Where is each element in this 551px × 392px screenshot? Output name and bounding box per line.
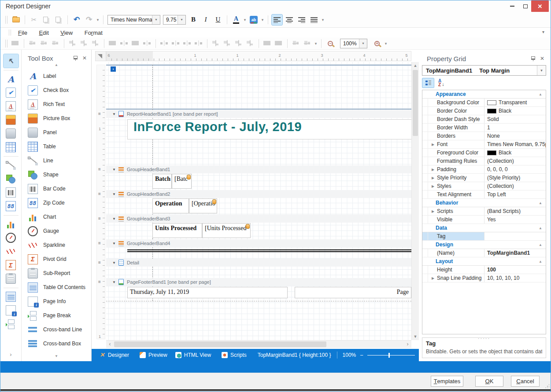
send-to-back-icon[interactable] [303, 40, 312, 47]
size-to-control-icon[interactable] [143, 40, 152, 47]
band-marker-icon[interactable]: ≡ [98, 261, 101, 264]
batch-label[interactable]: Batch [152, 174, 172, 189]
order-dropdown[interactable]: ▾ [313, 41, 318, 46]
toolbox-item-pivot-grid[interactable]: Σ Pivot Grid [22, 252, 91, 266]
separator[interactable] [64, 39, 64, 48]
property-row[interactable]: ▶Styles (Collection) ▲ [422, 182, 546, 191]
units-processed-field[interactable]: [Units Processed [202, 223, 251, 238]
toolbar-overflow-chevron[interactable]: ▾ [542, 29, 544, 34]
property-name-cell[interactable]: Border Dash Style [428, 115, 484, 123]
property-row[interactable]: ▶Style Priority (Style Priority) ▲ [422, 174, 546, 182]
expand-icon[interactable]: ▶ [432, 143, 436, 147]
tab-preview[interactable]: Preview [136, 352, 171, 358]
toolbox-item-table-of-contents[interactable]: Table Of Contents [22, 280, 91, 294]
property-row[interactable]: Data ▲ [422, 224, 546, 232]
decrease-horizontal-spacing-icon[interactable] [183, 40, 192, 47]
property-value-cell[interactable]: 100 [484, 266, 546, 274]
property-name-cell[interactable]: ▶Scripts [428, 207, 484, 215]
property-row[interactable]: (Name) TopMarginBand1 ▲ [422, 249, 546, 257]
undo-dropdown[interactable]: ▾ [95, 18, 100, 22]
category-collapse-icon[interactable]: ▲ [539, 241, 546, 249]
minimize-button[interactable] [506, 0, 519, 12]
property-value-cell[interactable]: 10, 10, 10, 10 [484, 274, 546, 282]
strip-page-break-icon[interactable] [4, 317, 18, 331]
align-left-button[interactable] [272, 15, 282, 25]
band-marker-icon[interactable]: ≡ [98, 168, 101, 171]
vertical-scrollbar[interactable]: ▲ ▼ [411, 62, 419, 340]
property-name-cell[interactable]: Border Width [428, 124, 484, 132]
property-name-cell[interactable]: Appearance [428, 90, 539, 98]
toolbar-grip[interactable] [5, 40, 7, 48]
strip-rich-text-icon[interactable]: A [4, 99, 18, 113]
toolbox-item-cross-band-line[interactable]: Cross-band Line [22, 322, 91, 337]
property-name-cell[interactable]: Borders [428, 132, 484, 140]
property-name-cell[interactable]: Formatting Rules [428, 157, 484, 165]
category-collapse-icon[interactable]: ▲ [539, 224, 546, 232]
property-name-cell[interactable]: ▶Style Priority [428, 174, 484, 182]
property-value-cell[interactable]: 1 [484, 124, 546, 132]
remove-horizontal-spacing-icon[interactable] [194, 40, 203, 47]
equal-vertical-spacing-icon[interactable] [211, 40, 220, 47]
bring-to-front-icon[interactable] [292, 40, 300, 47]
align-to-grid-icon[interactable] [11, 40, 20, 47]
footer-date-field[interactable]: Thursday, July 11, 2019 [127, 287, 288, 298]
band-header-group4[interactable]: ▼ GroupHeaderBand4 [106, 239, 411, 247]
zoom-slider[interactable] [367, 355, 415, 355]
toolbox-item-picture-box[interactable]: Picture Box [22, 111, 91, 125]
property-name-cell[interactable]: Design [428, 241, 539, 249]
separator[interactable] [155, 39, 156, 48]
strip-chart-icon[interactable] [4, 215, 18, 231]
align-centers-icon[interactable] [40, 40, 48, 47]
toolbox-item-label[interactable]: A Label [22, 69, 91, 83]
vertical-ruler[interactable]: 11 ≡ ≡ ≡ ≡ ≡ ≡ ≡ [96, 65, 105, 339]
band-marker-icon[interactable]: ≡ [98, 112, 101, 116]
property-name-cell[interactable]: Visible [428, 216, 484, 223]
scroll-right-arrow[interactable]: › [404, 341, 411, 348]
expand-icon[interactable]: ▶ [432, 276, 436, 280]
horizontal-scrollbar[interactable]: ‹ › [106, 340, 411, 348]
align-left-edges-icon[interactable] [28, 40, 37, 47]
strip-sparkline-icon[interactable] [4, 245, 18, 258]
band-header-page-footer[interactable]: ▼ PageFooterBand1 [one band per page] [106, 278, 411, 286]
property-value-cell[interactable]: (Collection) [484, 157, 546, 165]
toolbox-item-cross-band-box[interactable]: Cross-band Box [22, 337, 91, 351]
property-value-cell[interactable]: (Band Scripts) [484, 207, 546, 215]
band-header-group3[interactable]: ▼ GroupHeaderBand3 [106, 215, 411, 223]
horizontal-scroll-thumb[interactable] [114, 341, 326, 347]
property-name-cell[interactable]: Foreground Color [428, 149, 484, 157]
category-collapse-icon[interactable]: ▲ [539, 257, 546, 265]
property-value-cell[interactable]: Black [484, 149, 546, 157]
property-name-cell[interactable]: Tag [428, 232, 484, 240]
property-row[interactable]: ▶Font Times New Roman, 9.75pt ▲ [422, 140, 546, 149]
expand-icon[interactable]: ▶ [432, 184, 436, 188]
expand-icon[interactable]: ▶ [432, 176, 436, 180]
property-name-cell[interactable]: ▶Snap Line Padding [428, 274, 484, 282]
strip-table-icon[interactable] [4, 140, 18, 154]
align-center-button[interactable] [284, 15, 295, 25]
property-name-cell[interactable]: ▶Font [428, 140, 484, 148]
highlight-button[interactable]: ab [248, 15, 259, 25]
align-bottom-edges-icon[interactable] [91, 40, 100, 47]
toolbox-item-rich-text[interactable]: A Rich Text [22, 97, 91, 111]
italic-button[interactable]: I [200, 15, 211, 25]
align-justify-button[interactable] [309, 15, 319, 25]
strip-picture-box-icon[interactable] [4, 113, 18, 127]
property-value-cell[interactable] [484, 232, 546, 240]
units-processed-label[interactable]: Units Processed [152, 223, 202, 238]
strip-pivot-grid-icon[interactable]: Σ [4, 258, 18, 272]
property-row[interactable]: Border Width 1 ▲ [422, 124, 546, 132]
property-row[interactable]: Background Color Transparent ▲ [422, 99, 546, 107]
property-name-cell[interactable]: (Name) [428, 249, 484, 257]
property-value-cell[interactable]: Solid [484, 115, 546, 123]
strip-pointer-icon[interactable]: ↖ [4, 54, 18, 68]
alphabetical-sort-button[interactable]: AZ ↓ [438, 79, 444, 87]
property-name-cell[interactable]: Text Alignment [428, 191, 484, 198]
property-row[interactable]: Border Dash Style Solid ▲ [422, 115, 546, 124]
property-value-cell[interactable]: Black [484, 107, 546, 115]
strip-expand-chevron[interactable]: › [0, 351, 21, 358]
horizontal-ruler[interactable]: 1123456 [106, 51, 411, 61]
operation-field[interactable]: [Operatio [189, 198, 217, 213]
equal-horizontal-spacing-icon[interactable] [160, 40, 169, 47]
collapse-triangle-icon[interactable]: ▼ [112, 261, 116, 265]
property-value-cell[interactable]: Yes [484, 216, 546, 223]
